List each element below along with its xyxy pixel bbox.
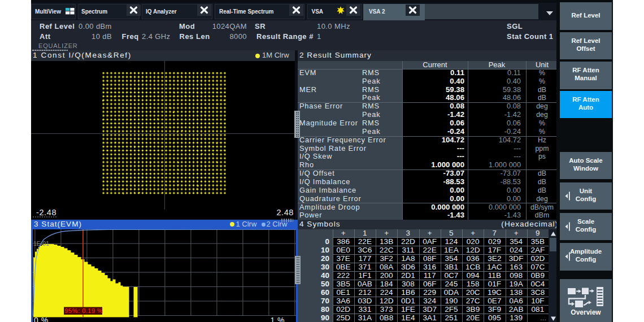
svg-text:95%: 0.19 %: 95%: 0.19 %	[64, 307, 103, 314]
svg-text:1E-01: 1E-01	[33, 240, 49, 246]
